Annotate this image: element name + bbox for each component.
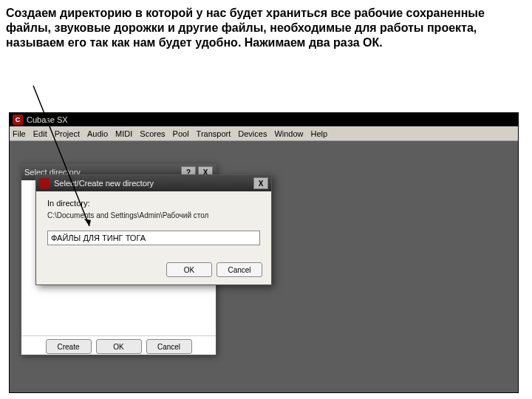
dialog-inner-titlebar: Select/Create new directory X <box>36 175 271 191</box>
create-directory-dialog: Select/Create new directory X In directo… <box>35 174 272 285</box>
current-path: C:\Documents and Settings\Admin\Рабочий … <box>47 211 260 219</box>
dialog-inner-title: Select/Create new directory <box>54 179 154 188</box>
menu-bar: File Edit Project Audio MIDI Scores Pool… <box>10 126 518 141</box>
create-button[interactable]: Create <box>46 339 92 354</box>
ok-button[interactable]: OK <box>166 262 212 277</box>
menu-window[interactable]: Window <box>274 129 303 138</box>
ok-button-outer[interactable]: OK <box>96 339 142 354</box>
app-logo-icon: C <box>13 115 23 125</box>
menu-help[interactable]: Help <box>311 129 328 138</box>
close-icon[interactable]: X <box>253 177 268 189</box>
menu-devices[interactable]: Devices <box>238 129 267 138</box>
menu-scores[interactable]: Scores <box>140 129 165 138</box>
menu-pool[interactable]: Pool <box>173 129 189 138</box>
menu-project[interactable]: Project <box>55 129 80 138</box>
menu-edit[interactable]: Edit <box>33 129 47 138</box>
menu-file[interactable]: File <box>13 129 26 138</box>
cancel-button-outer[interactable]: Cancel <box>146 339 192 354</box>
directory-name-input[interactable] <box>47 231 260 245</box>
dialog-inner-body: In directory: C:\Documents and Settings\… <box>36 191 271 258</box>
app-small-icon <box>39 178 50 188</box>
app-window: C Cubase SX File Edit Project Audio MIDI… <box>9 112 519 393</box>
app-titlebar: C Cubase SX <box>10 113 518 126</box>
in-directory-label: In directory: <box>47 199 260 208</box>
menu-audio[interactable]: Audio <box>87 129 108 138</box>
dialog-inner-footer: OK Cancel <box>36 258 271 284</box>
instruction-paragraph: Создаем директорию в которой у нас будет… <box>0 0 532 55</box>
app-title: Cubase SX <box>27 115 68 124</box>
workspace-area: Select directory ? X Create OK Cancel Se… <box>10 141 518 392</box>
dialog-outer-footer: Create OK Cancel <box>21 335 216 357</box>
menu-midi[interactable]: MIDI <box>115 129 132 138</box>
menu-transport[interactable]: Transport <box>197 129 231 138</box>
cancel-button[interactable]: Cancel <box>216 262 262 277</box>
